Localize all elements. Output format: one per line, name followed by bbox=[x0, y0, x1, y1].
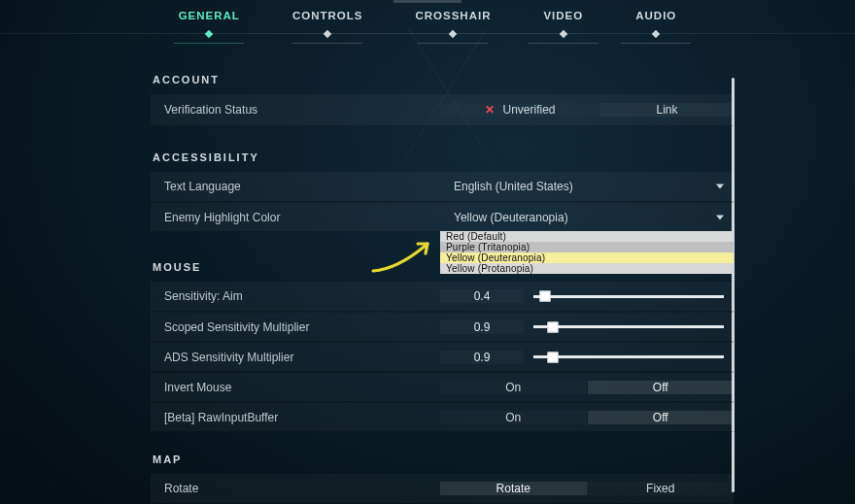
verification-status-text: Unverified bbox=[502, 103, 555, 117]
invert-mouse-label: Invert Mouse bbox=[151, 373, 440, 401]
tab-label: VIDEO bbox=[543, 10, 583, 21]
dropdown-option[interactable]: Red (Default) bbox=[440, 231, 734, 242]
x-icon: ✕ bbox=[485, 103, 495, 117]
tab-label: GENERAL bbox=[179, 10, 240, 21]
chevron-down-icon bbox=[716, 215, 724, 219]
sensitivity-aim-label: Sensitivity: Aim bbox=[151, 282, 440, 311]
verification-status: ✕ Unverified bbox=[440, 103, 600, 117]
slider-thumb[interactable] bbox=[547, 321, 558, 332]
section-header-accessibility: ACCESSIBILITY bbox=[153, 151, 734, 163]
segment-label: Off bbox=[653, 381, 668, 394]
diamond-icon bbox=[560, 30, 567, 38]
text-language-value: English (United States) bbox=[440, 172, 734, 201]
tab-controls[interactable]: CONTROLS bbox=[292, 10, 363, 23]
segment-label: Fixed bbox=[646, 482, 674, 495]
diamond-icon bbox=[652, 30, 660, 38]
map-rotate-label: Rotate bbox=[151, 474, 440, 503]
tab-video[interactable]: VIDEO bbox=[543, 10, 583, 23]
raw-input-off[interactable]: Off bbox=[588, 411, 735, 424]
dropdown-option[interactable]: Yellow (Protanopia) bbox=[440, 263, 734, 274]
settings-panel: ACCOUNT Verification Status ✕ Unverified… bbox=[151, 49, 734, 504]
scoped-sensitivity-value: 0.9 bbox=[440, 313, 734, 341]
raw-input-label: [Beta] RawInputBuffer bbox=[151, 403, 440, 431]
sensitivity-aim-slider[interactable] bbox=[524, 295, 734, 298]
ads-sensitivity-value: 0.9 bbox=[440, 343, 734, 371]
verification-label: Verification Status bbox=[151, 94, 440, 125]
ads-sensitivity-number[interactable]: 0.9 bbox=[440, 351, 524, 364]
raw-input-on[interactable]: On bbox=[440, 411, 588, 424]
slider-thumb[interactable] bbox=[539, 291, 550, 302]
text-language-selected: English (United States) bbox=[454, 180, 573, 193]
tab-label: CROSSHAIR bbox=[415, 10, 491, 21]
invert-mouse-off[interactable]: Off bbox=[588, 381, 735, 394]
map-rotate-value: Rotate Fixed bbox=[440, 474, 734, 503]
raw-input-value: On Off bbox=[440, 403, 734, 431]
sensitivity-aim-number[interactable]: 0.4 bbox=[440, 289, 524, 303]
segment-label: On bbox=[505, 411, 521, 424]
settings-top-nav: GENERAL CONTROLS CROSSHAIR VIDEO AUDIO bbox=[0, 0, 855, 34]
row-raw-input-buffer: [Beta] RawInputBuffer On Off bbox=[151, 402, 734, 432]
invert-mouse-value: On Off bbox=[440, 373, 734, 401]
sensitivity-aim-value: 0.4 bbox=[440, 282, 734, 311]
diamond-icon bbox=[205, 30, 213, 38]
ads-sensitivity-label: ADS Sensitivity Multiplier bbox=[151, 343, 440, 371]
slider-track bbox=[533, 355, 724, 358]
tab-label: AUDIO bbox=[635, 10, 676, 21]
text-language-label: Text Language bbox=[151, 172, 440, 201]
enemy-highlight-dropdown-list: Red (Default) Purple (Tritanopia) Yellow… bbox=[440, 231, 734, 274]
row-ads-sensitivity: ADS Sensitivity Multiplier 0.9 bbox=[151, 342, 734, 372]
row-enemy-highlight-color: Enemy Highlight Color Yellow (Deuteranop… bbox=[151, 202, 734, 232]
map-rotate-fixed[interactable]: Fixed bbox=[588, 482, 735, 495]
map-rotate-rotate[interactable]: Rotate bbox=[440, 482, 588, 495]
tab-audio[interactable]: AUDIO bbox=[635, 10, 676, 23]
scoped-sensitivity-slider[interactable] bbox=[524, 325, 734, 328]
enemy-highlight-value: Yellow (Deuteranopia) Red (Default) Purp… bbox=[440, 203, 734, 231]
row-text-language: Text Language English (United States) bbox=[151, 172, 734, 202]
chevron-down-icon bbox=[716, 185, 724, 189]
enemy-highlight-selected: Yellow (Deuteranopia) bbox=[454, 211, 568, 224]
scoped-sensitivity-label: Scoped Sensitivity Multiplier bbox=[151, 313, 440, 341]
scoped-sensitivity-number[interactable]: 0.9 bbox=[440, 320, 524, 334]
row-scoped-sensitivity: Scoped Sensitivity Multiplier 0.9 bbox=[151, 312, 734, 342]
segment-label: Rotate bbox=[496, 482, 530, 495]
tab-general[interactable]: GENERAL bbox=[179, 10, 240, 23]
row-verification-status: Verification Status ✕ Unverified Link bbox=[151, 94, 734, 126]
dropdown-option[interactable]: Purple (Tritanopia) bbox=[440, 242, 734, 252]
tab-label: CONTROLS bbox=[292, 10, 363, 21]
row-sensitivity-aim: Sensitivity: Aim 0.4 bbox=[151, 282, 734, 312]
enemy-highlight-dropdown[interactable]: Yellow (Deuteranopia) Red (Default) Purp… bbox=[440, 203, 734, 231]
dropdown-option[interactable]: Yellow (Deuteranopia) bbox=[440, 252, 734, 263]
segment-label: Off bbox=[653, 411, 668, 424]
row-map-rotate: Rotate Rotate Fixed bbox=[151, 474, 734, 504]
section-header-account: ACCOUNT bbox=[153, 74, 734, 85]
segment-label: On bbox=[505, 381, 521, 394]
text-language-dropdown[interactable]: English (United States) bbox=[440, 172, 734, 201]
diamond-icon bbox=[449, 30, 457, 38]
invert-mouse-on[interactable]: On bbox=[440, 381, 588, 394]
slider-track bbox=[533, 325, 724, 328]
slider-track bbox=[533, 295, 724, 298]
link-account-button[interactable]: Link bbox=[600, 103, 734, 117]
enemy-highlight-label: Enemy Highlight Color bbox=[151, 203, 440, 231]
section-header-map: MAP bbox=[153, 454, 734, 465]
verification-value: ✕ Unverified Link bbox=[440, 94, 734, 125]
link-button-label: Link bbox=[656, 103, 677, 117]
ads-sensitivity-slider[interactable] bbox=[524, 355, 734, 358]
tab-crosshair[interactable]: CROSSHAIR bbox=[415, 10, 491, 23]
diamond-icon bbox=[324, 30, 331, 38]
slider-thumb[interactable] bbox=[547, 352, 558, 362]
row-invert-mouse: Invert Mouse On Off bbox=[151, 372, 734, 402]
